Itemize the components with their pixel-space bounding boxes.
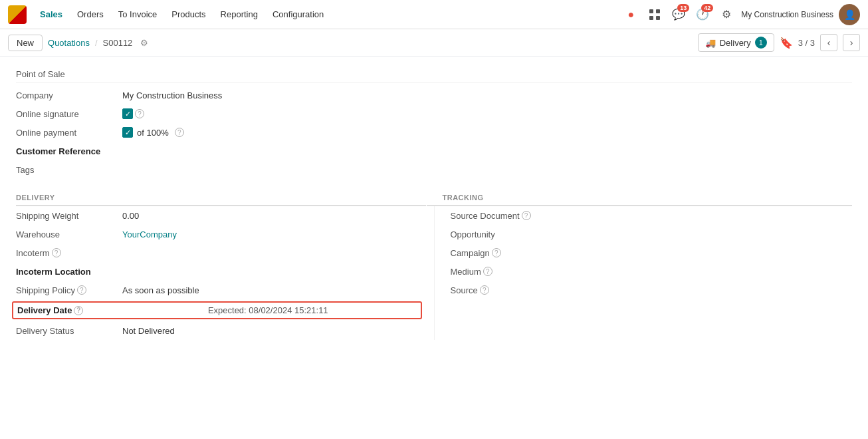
pager-text: 3 / 3: [798, 38, 815, 48]
svg-rect-2: [649, 16, 653, 20]
field-label-warehouse: Warehouse: [16, 229, 122, 239]
online-payment-help-icon[interactable]: ?: [175, 128, 184, 137]
red-circle-icon[interactable]: ●: [621, 5, 640, 24]
nav-orders[interactable]: Orders: [70, 5, 110, 23]
field-row-online-payment: Online payment ✓ of 100% ?: [16, 123, 852, 142]
breadcrumb-current: S00112: [103, 38, 133, 48]
bottom-spacer: [0, 340, 868, 366]
online-signature-checkbox[interactable]: ✓: [122, 108, 133, 119]
delivery-col: Shipping Weight 0.00 Warehouse YourCompa…: [0, 206, 435, 340]
online-signature-help-icon[interactable]: ?: [135, 109, 144, 118]
medium-help-icon[interactable]: ?: [483, 267, 492, 276]
delivery-section-title: DELIVERY: [16, 194, 55, 202]
apps-grid-icon[interactable]: [645, 5, 664, 24]
field-value-delivery-date[interactable]: Expected: 08/02/2024 15:21:11: [120, 305, 417, 315]
field-label-incoterm: Incoterm ?: [16, 248, 122, 258]
tracking-section-header: TRACKING: [427, 192, 853, 206]
nav-to-invoice[interactable]: To Invoice: [112, 5, 164, 23]
shipping-policy-help-icon[interactable]: ?: [77, 285, 86, 295]
field-value-online-payment: of 100%: [137, 128, 169, 138]
app-logo[interactable]: [8, 5, 27, 24]
field-row-online-signature: Online signature ✓ ?: [16, 104, 852, 123]
field-label-online-payment: Online payment: [16, 128, 122, 138]
field-row-incoterm-location: Incoterm Location: [16, 262, 418, 281]
delivery-truck-icon: 🚚: [705, 38, 716, 48]
field-row-incoterm: Incoterm ?: [16, 243, 418, 262]
svg-rect-1: [656, 9, 660, 13]
nav-products[interactable]: Products: [165, 5, 212, 23]
field-row-customer-reference: Customer Reference: [16, 142, 852, 160]
nav-sales[interactable]: Sales: [33, 5, 69, 23]
clock-icon[interactable]: 🕐 42: [693, 5, 712, 24]
field-row-source-document: Source Document ?: [451, 206, 853, 225]
company-name[interactable]: My Construction Business: [741, 10, 833, 19]
delivery-date-help-icon[interactable]: ?: [74, 306, 83, 315]
field-label-shipping-policy: Shipping Policy ?: [16, 285, 122, 295]
field-label-company: Company: [16, 90, 122, 100]
field-row-point-of-sale: Point of Sale: [16, 65, 852, 83]
online-payment-field: ✓ of 100% ?: [122, 127, 184, 138]
field-label-source-document: Source Document ?: [451, 211, 557, 221]
field-value-shipping-policy[interactable]: As soon as possible: [122, 285, 199, 295]
tracking-section-title: TRACKING: [443, 194, 484, 202]
field-label-source: Source ?: [451, 285, 557, 295]
svg-rect-3: [656, 16, 660, 20]
field-label-customer-reference: Customer Reference: [16, 146, 122, 156]
breadcrumb-quotations[interactable]: Quotations: [48, 38, 90, 48]
incoterm-help-icon[interactable]: ?: [52, 248, 61, 257]
field-value-shipping-weight[interactable]: 0.00: [122, 211, 139, 221]
field-label-opportunity: Opportunity: [451, 229, 557, 239]
chat-icon[interactable]: 💬 13: [669, 5, 688, 24]
new-button[interactable]: New: [8, 35, 43, 51]
field-label-point-of-sale: Point of Sale: [16, 69, 122, 79]
navbar: Sales Orders To Invoice Products Reporti…: [0, 0, 868, 29]
user-avatar[interactable]: 👤: [839, 4, 860, 25]
delivery-section-header: DELIVERY: [16, 192, 426, 206]
pager-prev-button[interactable]: ‹: [820, 34, 837, 51]
section-headers: DELIVERY TRACKING: [0, 192, 868, 206]
field-row-warehouse: Warehouse YourCompany: [16, 225, 418, 243]
campaign-help-icon[interactable]: ?: [492, 248, 501, 257]
online-payment-checkbox[interactable]: ✓: [122, 127, 133, 138]
main-content: Point of Sale Company My Construction Bu…: [0, 57, 868, 437]
delivery-label: Delivery: [720, 38, 751, 48]
field-label-tags: Tags: [16, 165, 122, 175]
delivery-button[interactable]: 🚚 Delivery 1: [698, 33, 774, 52]
field-value-company[interactable]: My Construction Business: [122, 90, 222, 100]
navbar-right: ● 💬 13 🕐 42 ⚙ My Construction Business 👤: [621, 4, 860, 25]
clock-badge: 42: [701, 4, 713, 12]
delivery-count: 1: [755, 37, 767, 49]
chat-badge: 13: [677, 4, 689, 12]
field-label-medium: Medium ?: [451, 267, 557, 277]
source-document-help-icon[interactable]: ?: [522, 211, 531, 220]
field-row-campaign: Campaign ?: [451, 243, 853, 262]
field-label-delivery-date: Delivery Date ?: [17, 305, 120, 315]
field-label-delivery-status: Delivery Status: [16, 326, 122, 336]
field-row-shipping-weight: Shipping Weight 0.00: [16, 206, 418, 225]
field-row-delivery-date[interactable]: Delivery Date ? Expected: 08/02/2024 15:…: [12, 301, 422, 319]
field-value-warehouse[interactable]: YourCompany: [122, 229, 177, 239]
bookmark-icon[interactable]: 🔖: [780, 37, 793, 49]
pager-next-button[interactable]: ›: [843, 34, 860, 51]
source-help-icon[interactable]: ?: [480, 285, 489, 295]
field-label-online-signature: Online signature: [16, 109, 122, 119]
field-label-incoterm-location: Incoterm Location: [16, 267, 122, 277]
field-row-company: Company My Construction Business: [16, 86, 852, 104]
action-bar: New Quotations / S00112 ⚙ 🚚 Delivery 1 🔖…: [0, 29, 868, 57]
field-label-shipping-weight: Shipping Weight: [16, 211, 122, 221]
nav-reporting[interactable]: Reporting: [214, 5, 265, 23]
field-row-opportunity: Opportunity: [451, 225, 853, 243]
top-fields-section: Point of Sale Company My Construction Bu…: [0, 57, 868, 187]
field-value-delivery-status: Not Delivered: [122, 326, 175, 336]
nav-configuration[interactable]: Configuration: [266, 5, 330, 23]
field-row-medium: Medium ?: [451, 262, 853, 281]
nav-menu: Sales Orders To Invoice Products Reporti…: [33, 5, 619, 23]
tracking-col: Source Document ? Opportunity Campaign ?: [435, 206, 869, 340]
record-gear-icon[interactable]: ⚙: [140, 38, 148, 48]
settings-icon[interactable]: ⚙: [717, 5, 736, 24]
field-label-campaign: Campaign ?: [451, 248, 557, 258]
svg-rect-0: [649, 9, 653, 13]
field-row-delivery-status: Delivery Status Not Delivered: [16, 321, 418, 340]
field-row-source: Source ?: [451, 281, 853, 299]
breadcrumb-separator: /: [95, 38, 98, 48]
